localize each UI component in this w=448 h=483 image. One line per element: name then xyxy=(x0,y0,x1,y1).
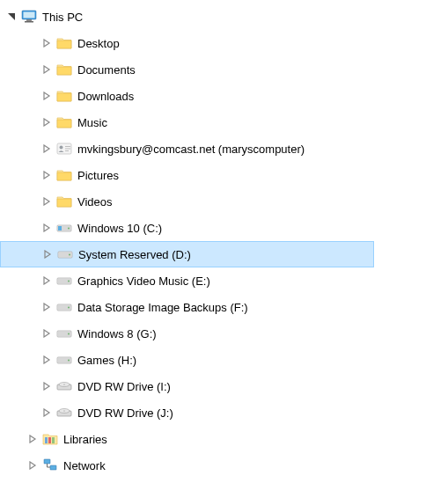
tree-item-label: This PC xyxy=(42,11,83,24)
drive-icon xyxy=(56,326,72,341)
tree-item-network[interactable]: Network xyxy=(0,452,448,479)
chevron-right-icon[interactable] xyxy=(40,354,53,366)
tree-item-label: Graphics Video Music (E:) xyxy=(77,274,210,288)
tree-item[interactable]: DVD RW Drive (J:) xyxy=(0,399,448,426)
tree-item-label: DVD RW Drive (I:) xyxy=(77,380,171,393)
libraries-icon xyxy=(42,431,58,447)
chevron-right-icon[interactable] xyxy=(40,37,53,49)
tree-item-this-pc[interactable]: This PC xyxy=(0,4,448,30)
tree-item-label: Videos xyxy=(77,195,113,209)
tree-item[interactable]: mvkingsbury@comcast.net (maryscomputer) xyxy=(0,135,448,162)
chevron-right-icon[interactable] xyxy=(26,459,39,472)
chevron-down-icon[interactable] xyxy=(5,11,18,23)
tree-item[interactable]: Data Storage Image Backups (F:) xyxy=(0,294,448,320)
tree-item-label: Games (H:) xyxy=(77,354,136,367)
tree-item[interactable]: Videos xyxy=(0,188,448,215)
tree-item[interactable]: Documents xyxy=(0,56,448,83)
tree-item-label: DVD RW Drive (J:) xyxy=(77,406,173,420)
tree-item-label: Desktop xyxy=(77,37,120,50)
tree-item-label: Documents xyxy=(77,63,136,77)
tree-item[interactable]: Games (H:) xyxy=(0,347,448,373)
dvd-drive-icon xyxy=(56,405,72,421)
navigation-tree: This PC DesktopDocumentsDownloadsMusicmv… xyxy=(0,4,448,479)
chevron-right-icon[interactable] xyxy=(40,380,53,392)
chevron-right-icon[interactable] xyxy=(40,195,53,208)
tree-item-label: Music xyxy=(77,116,107,129)
chevron-right-icon[interactable] xyxy=(41,248,54,260)
drive-icon xyxy=(56,352,72,368)
chevron-right-icon[interactable] xyxy=(40,274,53,287)
chevron-right-icon[interactable] xyxy=(40,143,53,155)
drive-icon xyxy=(56,220,72,236)
chevron-right-icon[interactable] xyxy=(40,301,53,313)
tree-item-label: System Reserved (D:) xyxy=(78,248,191,261)
chevron-right-icon[interactable] xyxy=(40,406,53,419)
tree-item-label: Pictures xyxy=(77,169,119,182)
folder-icon xyxy=(56,62,72,77)
drive-icon xyxy=(56,273,72,289)
folder-icon xyxy=(56,114,72,130)
this-pc-icon xyxy=(21,9,37,25)
drive-icon xyxy=(56,299,72,315)
tree-item[interactable]: Desktop xyxy=(0,30,448,56)
tree-item[interactable]: DVD RW Drive (I:) xyxy=(0,373,448,399)
tree-item-label: Network xyxy=(63,459,106,472)
chevron-right-icon[interactable] xyxy=(40,222,53,234)
tree-item-label: mvkingsbury@comcast.net (maryscomputer) xyxy=(77,143,305,156)
network-icon xyxy=(42,457,58,473)
tree-item-label: Downloads xyxy=(77,90,134,103)
tree-item[interactable]: Windows 10 (C:) xyxy=(0,215,448,241)
tree-item[interactable]: Graphics Video Music (E:) xyxy=(0,267,448,294)
tree-item-label: Windows 10 (C:) xyxy=(77,222,162,235)
contact-icon xyxy=(56,141,72,157)
tree-item-label: Libraries xyxy=(63,433,107,446)
folder-icon xyxy=(56,194,72,209)
dvd-drive-icon xyxy=(56,378,72,394)
tree-item-label: Windows 8 (G:) xyxy=(77,327,157,340)
folder-icon xyxy=(56,88,72,104)
chevron-right-icon[interactable] xyxy=(40,327,53,340)
tree-item-label: Data Storage Image Backups (F:) xyxy=(77,301,248,314)
tree-item-libraries[interactable]: Libraries xyxy=(0,426,448,452)
tree-item[interactable]: Downloads xyxy=(0,83,448,109)
tree-item[interactable]: Pictures xyxy=(0,162,448,188)
chevron-right-icon[interactable] xyxy=(40,63,53,76)
folder-icon xyxy=(56,35,72,51)
tree-item[interactable]: Windows 8 (G:) xyxy=(0,320,448,347)
folder-icon xyxy=(56,167,72,183)
chevron-right-icon[interactable] xyxy=(40,116,53,128)
tree-item[interactable]: System Reserved (D:) xyxy=(0,241,374,267)
drive-icon xyxy=(57,246,73,262)
chevron-right-icon[interactable] xyxy=(40,169,53,181)
chevron-right-icon[interactable] xyxy=(40,90,53,102)
chevron-right-icon[interactable] xyxy=(26,433,39,445)
tree-item[interactable]: Music xyxy=(0,109,448,135)
